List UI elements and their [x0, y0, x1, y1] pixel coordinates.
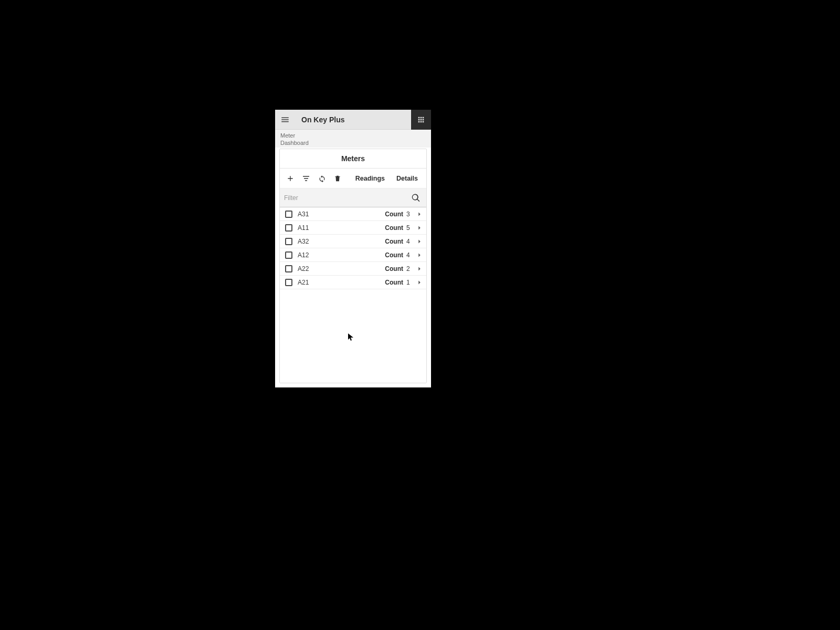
row-checkbox[interactable] [285, 224, 292, 232]
count-label: Count [385, 224, 403, 232]
count-value: 4 [406, 251, 411, 259]
table-row[interactable]: A22Count2 [280, 262, 426, 276]
chevron-right-icon[interactable] [416, 238, 423, 245]
meters-card: Meters Re [279, 149, 427, 383]
meter-name: A32 [298, 238, 385, 245]
chevron-right-icon[interactable] [416, 279, 423, 286]
row-checkbox[interactable] [285, 279, 292, 286]
tab-details[interactable]: Details [391, 169, 423, 188]
add-button[interactable] [283, 171, 298, 186]
refresh-button[interactable] [314, 171, 329, 186]
count-value: 1 [406, 279, 411, 286]
refresh-icon [318, 174, 326, 182]
breadcrumb: Meter Dashboard [275, 130, 431, 148]
toolbar: Readings Details [280, 169, 426, 188]
count-label: Count [385, 211, 403, 218]
count-label: Count [385, 251, 403, 259]
row-checkbox[interactable] [285, 251, 292, 259]
delete-button[interactable] [330, 171, 345, 186]
chevron-right-icon[interactable] [416, 251, 423, 259]
meter-name: A21 [298, 279, 385, 286]
breadcrumb-line-1: Meter [280, 132, 426, 139]
table-row[interactable]: A31Count3 [280, 207, 426, 221]
count-value: 4 [406, 238, 411, 245]
chevron-right-icon[interactable] [416, 265, 423, 272]
search-icon [411, 193, 421, 203]
count-label: Count [385, 238, 403, 245]
row-checkbox[interactable] [285, 265, 292, 272]
hamburger-icon [280, 115, 290, 124]
count-value: 5 [406, 224, 411, 232]
count-value: 2 [406, 265, 411, 272]
apps-button[interactable] [411, 110, 431, 130]
count-label: Count [385, 279, 403, 286]
app-window: On Key Plus Meter Dashboard Meters [275, 110, 431, 387]
table-row[interactable]: A12Count4 [280, 248, 426, 262]
table-row[interactable]: A21Count1 [280, 276, 426, 289]
chevron-right-icon[interactable] [416, 211, 423, 218]
app-title: On Key Plus [301, 116, 344, 124]
plus-icon [286, 174, 295, 183]
meter-name: A11 [298, 224, 385, 232]
table-row[interactable]: A11Count5 [280, 221, 426, 235]
menu-button[interactable] [275, 110, 295, 130]
meter-name: A31 [298, 211, 385, 218]
filter-icon [302, 174, 310, 183]
meter-name: A22 [298, 265, 385, 272]
filter-input[interactable] [283, 192, 408, 204]
meter-list: A31Count3A11Count5A32Count4A12Count4A22C… [280, 207, 426, 383]
trash-icon [334, 175, 341, 182]
app-header: On Key Plus [275, 110, 431, 130]
filter-button[interactable] [299, 171, 313, 186]
search-button[interactable] [408, 191, 423, 205]
apps-grid-icon [417, 116, 425, 124]
meter-name: A12 [298, 251, 385, 259]
table-row[interactable]: A32Count4 [280, 235, 426, 248]
row-checkbox[interactable] [285, 238, 292, 245]
breadcrumb-line-2: Dashboard [280, 139, 426, 146]
count-value: 3 [406, 211, 411, 218]
tab-readings[interactable]: Readings [350, 169, 390, 188]
count-label: Count [385, 265, 403, 272]
chevron-right-icon[interactable] [416, 224, 423, 232]
filter-row [280, 188, 426, 207]
card-title: Meters [280, 149, 426, 169]
row-checkbox[interactable] [285, 211, 292, 218]
